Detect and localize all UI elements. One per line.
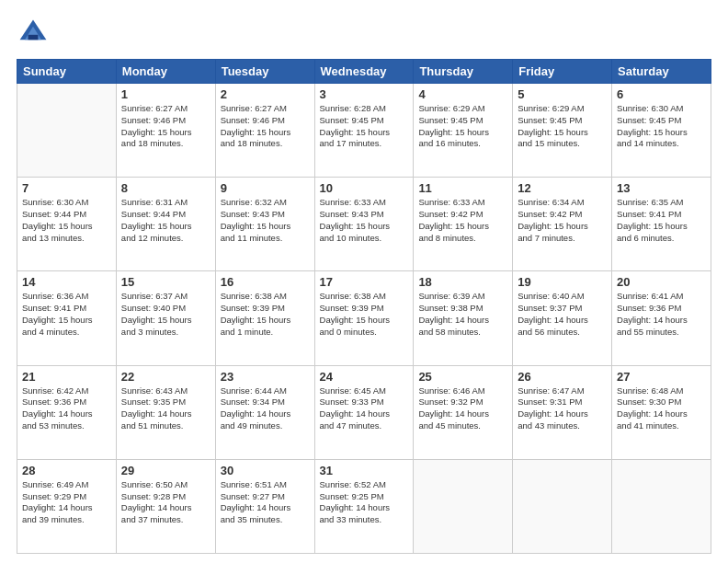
day-number: 1	[121, 87, 210, 101]
day-info: Sunrise: 6:41 AM Sunset: 9:36 PM Dayligh…	[617, 291, 706, 338]
calendar-cell: 20Sunrise: 6:41 AM Sunset: 9:36 PM Dayli…	[612, 271, 711, 365]
svg-rect-2	[28, 35, 39, 40]
day-number: 18	[418, 275, 507, 289]
day-info: Sunrise: 6:45 AM Sunset: 9:33 PM Dayligh…	[320, 385, 409, 432]
week-row-4: 21Sunrise: 6:42 AM Sunset: 9:36 PM Dayli…	[17, 365, 711, 459]
day-info: Sunrise: 6:47 AM Sunset: 9:31 PM Dayligh…	[518, 385, 607, 432]
day-info: Sunrise: 6:31 AM Sunset: 9:44 PM Dayligh…	[121, 197, 210, 244]
day-number: 31	[320, 464, 409, 477]
day-number: 10	[320, 181, 409, 195]
day-number: 3	[320, 87, 409, 101]
day-number: 13	[617, 181, 706, 195]
calendar-cell: 3Sunrise: 6:28 AM Sunset: 9:45 PM Daylig…	[314, 84, 414, 178]
day-number: 27	[617, 370, 706, 384]
calendar-cell: 17Sunrise: 6:38 AM Sunset: 9:39 PM Dayli…	[314, 271, 414, 365]
day-number: 25	[418, 370, 507, 384]
day-number: 19	[518, 275, 607, 289]
day-number: 9	[221, 181, 310, 195]
calendar-cell: 27Sunrise: 6:48 AM Sunset: 9:30 PM Dayli…	[612, 365, 711, 459]
calendar-cell: 14Sunrise: 6:36 AM Sunset: 9:41 PM Dayli…	[17, 271, 117, 365]
page: SundayMondayTuesdayWednesdayThursdayFrid…	[0, 0, 728, 563]
day-number: 29	[121, 464, 210, 477]
day-info: Sunrise: 6:27 AM Sunset: 9:46 PM Dayligh…	[121, 103, 210, 150]
calendar-cell: 23Sunrise: 6:44 AM Sunset: 9:34 PM Dayli…	[215, 365, 314, 459]
day-number: 30	[221, 464, 310, 477]
calendar-cell: 22Sunrise: 6:43 AM Sunset: 9:35 PM Dayli…	[116, 365, 215, 459]
calendar-cell: 21Sunrise: 6:42 AM Sunset: 9:36 PM Dayli…	[17, 365, 117, 459]
day-number: 11	[418, 181, 507, 195]
calendar-cell: 9Sunrise: 6:32 AM Sunset: 9:43 PM Daylig…	[215, 178, 314, 271]
day-number: 24	[320, 370, 409, 384]
weekday-header-wednesday: Wednesday	[314, 60, 414, 84]
day-info: Sunrise: 6:43 AM Sunset: 9:35 PM Dayligh…	[121, 385, 210, 432]
calendar-cell: 12Sunrise: 6:34 AM Sunset: 9:42 PM Dayli…	[513, 178, 612, 271]
day-info: Sunrise: 6:29 AM Sunset: 9:45 PM Dayligh…	[518, 103, 607, 150]
day-info: Sunrise: 6:39 AM Sunset: 9:38 PM Dayligh…	[418, 291, 507, 338]
calendar-cell	[414, 459, 513, 553]
day-info: Sunrise: 6:35 AM Sunset: 9:41 PM Dayligh…	[617, 197, 706, 244]
day-info: Sunrise: 6:27 AM Sunset: 9:46 PM Dayligh…	[221, 103, 310, 150]
calendar-cell: 30Sunrise: 6:51 AM Sunset: 9:27 PM Dayli…	[215, 459, 314, 553]
day-number: 7	[22, 181, 111, 195]
day-info: Sunrise: 6:42 AM Sunset: 9:36 PM Dayligh…	[22, 385, 111, 432]
day-info: Sunrise: 6:30 AM Sunset: 9:45 PM Dayligh…	[617, 103, 706, 150]
calendar-cell: 8Sunrise: 6:31 AM Sunset: 9:44 PM Daylig…	[116, 178, 215, 271]
calendar-cell: 6Sunrise: 6:30 AM Sunset: 9:45 PM Daylig…	[612, 84, 711, 178]
calendar-cell: 19Sunrise: 6:40 AM Sunset: 9:37 PM Dayli…	[513, 271, 612, 365]
day-info: Sunrise: 6:33 AM Sunset: 9:42 PM Dayligh…	[418, 197, 507, 244]
calendar-cell: 1Sunrise: 6:27 AM Sunset: 9:46 PM Daylig…	[116, 84, 215, 178]
week-row-5: 28Sunrise: 6:49 AM Sunset: 9:29 PM Dayli…	[17, 459, 711, 553]
day-number: 21	[22, 370, 111, 384]
day-info: Sunrise: 6:52 AM Sunset: 9:25 PM Dayligh…	[320, 479, 409, 526]
calendar-cell	[612, 459, 711, 553]
calendar-cell: 2Sunrise: 6:27 AM Sunset: 9:46 PM Daylig…	[215, 84, 314, 178]
week-row-3: 14Sunrise: 6:36 AM Sunset: 9:41 PM Dayli…	[17, 271, 711, 365]
logo-icon	[17, 17, 50, 50]
day-info: Sunrise: 6:50 AM Sunset: 9:28 PM Dayligh…	[121, 479, 210, 526]
weekday-header-saturday: Saturday	[612, 60, 711, 84]
calendar-cell: 15Sunrise: 6:37 AM Sunset: 9:40 PM Dayli…	[116, 271, 215, 365]
calendar-cell: 11Sunrise: 6:33 AM Sunset: 9:42 PM Dayli…	[414, 178, 513, 271]
calendar-cell: 28Sunrise: 6:49 AM Sunset: 9:29 PM Dayli…	[17, 459, 117, 553]
day-info: Sunrise: 6:33 AM Sunset: 9:43 PM Dayligh…	[320, 197, 409, 244]
day-number: 15	[121, 275, 210, 289]
day-info: Sunrise: 6:36 AM Sunset: 9:41 PM Dayligh…	[22, 291, 111, 338]
calendar-cell: 24Sunrise: 6:45 AM Sunset: 9:33 PM Dayli…	[314, 365, 414, 459]
calendar-cell: 29Sunrise: 6:50 AM Sunset: 9:28 PM Dayli…	[116, 459, 215, 553]
calendar-cell: 18Sunrise: 6:39 AM Sunset: 9:38 PM Dayli…	[414, 271, 513, 365]
day-info: Sunrise: 6:38 AM Sunset: 9:39 PM Dayligh…	[221, 291, 310, 338]
day-number: 28	[22, 464, 111, 477]
week-row-2: 7Sunrise: 6:30 AM Sunset: 9:44 PM Daylig…	[17, 178, 711, 271]
day-info: Sunrise: 6:38 AM Sunset: 9:39 PM Dayligh…	[320, 291, 409, 338]
calendar-cell: 16Sunrise: 6:38 AM Sunset: 9:39 PM Dayli…	[215, 271, 314, 365]
weekday-header-sunday: Sunday	[17, 60, 117, 84]
weekday-header-row: SundayMondayTuesdayWednesdayThursdayFrid…	[17, 60, 711, 84]
day-info: Sunrise: 6:46 AM Sunset: 9:32 PM Dayligh…	[418, 385, 507, 432]
day-info: Sunrise: 6:34 AM Sunset: 9:42 PM Dayligh…	[518, 197, 607, 244]
day-number: 12	[518, 181, 607, 195]
day-number: 16	[221, 275, 310, 289]
calendar-cell: 31Sunrise: 6:52 AM Sunset: 9:25 PM Dayli…	[314, 459, 414, 553]
weekday-header-tuesday: Tuesday	[215, 60, 314, 84]
day-number: 2	[221, 87, 310, 101]
day-info: Sunrise: 6:29 AM Sunset: 9:45 PM Dayligh…	[418, 103, 507, 150]
calendar-cell: 7Sunrise: 6:30 AM Sunset: 9:44 PM Daylig…	[17, 178, 117, 271]
day-number: 5	[518, 87, 607, 101]
day-number: 20	[617, 275, 706, 289]
day-number: 22	[121, 370, 210, 384]
calendar-cell: 26Sunrise: 6:47 AM Sunset: 9:31 PM Dayli…	[513, 365, 612, 459]
weekday-header-thursday: Thursday	[414, 60, 513, 84]
header	[17, 17, 711, 50]
day-info: Sunrise: 6:32 AM Sunset: 9:43 PM Dayligh…	[221, 197, 310, 244]
week-row-1: 1Sunrise: 6:27 AM Sunset: 9:46 PM Daylig…	[17, 84, 711, 178]
day-info: Sunrise: 6:28 AM Sunset: 9:45 PM Dayligh…	[320, 103, 409, 150]
calendar-cell: 25Sunrise: 6:46 AM Sunset: 9:32 PM Dayli…	[414, 365, 513, 459]
day-info: Sunrise: 6:37 AM Sunset: 9:40 PM Dayligh…	[121, 291, 210, 338]
logo	[17, 17, 53, 50]
day-number: 23	[221, 370, 310, 384]
day-info: Sunrise: 6:40 AM Sunset: 9:37 PM Dayligh…	[518, 291, 607, 338]
day-number: 17	[320, 275, 409, 289]
day-info: Sunrise: 6:49 AM Sunset: 9:29 PM Dayligh…	[22, 479, 111, 526]
day-info: Sunrise: 6:30 AM Sunset: 9:44 PM Dayligh…	[22, 197, 111, 244]
calendar-cell	[513, 459, 612, 553]
